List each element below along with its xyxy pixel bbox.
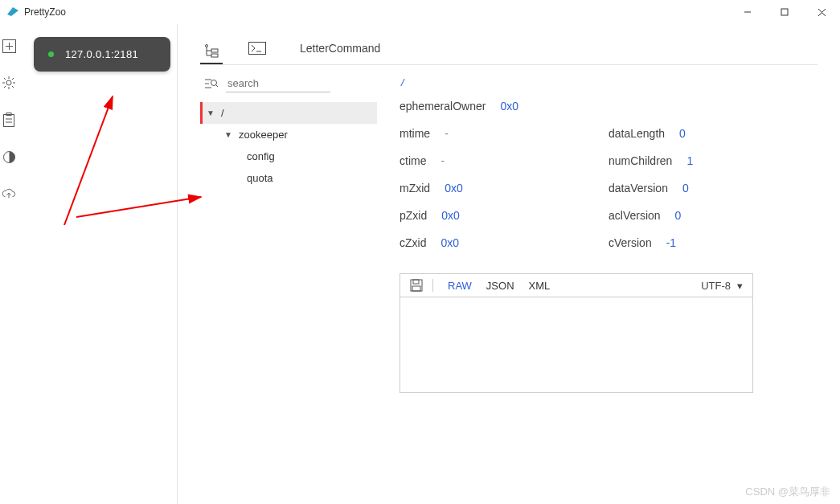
clipboard-icon[interactable] xyxy=(2,113,16,127)
encoding-label: UTF-8 xyxy=(701,280,731,292)
stat-mzxid: mZxid0x0 xyxy=(400,182,608,195)
tab-letter-label: LetterCommand xyxy=(300,42,380,55)
svg-point-7 xyxy=(6,80,11,85)
svg-point-22 xyxy=(206,44,208,47)
tree-node-label: quota xyxy=(247,172,273,184)
node-path: / xyxy=(401,76,817,88)
contrast-icon[interactable] xyxy=(2,150,16,164)
tree-node-label: config xyxy=(247,150,275,162)
chevron-down-icon: ▾ xyxy=(737,280,743,292)
svg-line-15 xyxy=(4,86,6,88)
stat-data-version: dataVersion0 xyxy=(608,182,817,195)
svg-rect-36 xyxy=(413,280,419,284)
minimize-button[interactable] xyxy=(729,0,766,24)
stat-value: - xyxy=(445,127,449,140)
stat-cversion: cVersion-1 xyxy=(608,236,817,249)
search-input[interactable] xyxy=(226,75,330,92)
stat-label: ephemeralOwner xyxy=(400,100,486,113)
search-icon[interactable] xyxy=(203,77,218,90)
stat-grid: ephemeralOwner0x0 mtime- dataLength0 cti… xyxy=(400,100,817,249)
data-toolbar: RAW JSON XML UTF-8 ▾ xyxy=(400,273,753,297)
tree-node-label: / xyxy=(221,107,224,119)
app-body: 127.0.0.1:2181 LetterCommand xyxy=(0,24,840,504)
stat-label: dataVersion xyxy=(608,182,668,195)
gear-icon[interactable] xyxy=(2,76,16,90)
stat-label: aclVersion xyxy=(608,209,661,222)
svg-rect-28 xyxy=(249,43,266,55)
tree-node-zookeeper[interactable]: ▼ zookeeper xyxy=(200,124,377,145)
svg-rect-27 xyxy=(211,54,218,57)
stat-value: -1 xyxy=(666,236,676,249)
data-textarea[interactable] xyxy=(400,297,753,393)
tree-pane: ▼ / ▼ zookeeper config quota xyxy=(200,75,377,494)
caret-down-icon: ▼ xyxy=(224,130,234,139)
stat-label: dataLength xyxy=(608,127,665,140)
format-json[interactable]: JSON xyxy=(486,280,514,292)
stat-value: - xyxy=(440,154,445,167)
tab-tree[interactable] xyxy=(200,40,223,64)
app-title: PrettyZoo xyxy=(24,6,66,18)
stat-value: 0 xyxy=(682,182,689,195)
stat-mtime: mtime- xyxy=(400,127,608,140)
stat-label: mZxid xyxy=(400,182,430,195)
stat-value: 0 xyxy=(679,127,686,140)
svg-line-13 xyxy=(12,86,14,88)
search-row xyxy=(200,75,377,97)
tab-letter-command[interactable]: LetterCommand xyxy=(292,39,383,59)
connection-chip[interactable]: 127.0.0.1:2181 xyxy=(34,37,170,72)
svg-line-12 xyxy=(4,78,6,80)
tree-tab-icon xyxy=(203,43,219,58)
stat-czxid: cZxid0x0 xyxy=(400,236,608,249)
stat-ephemeral-owner: ephemeralOwner0x0 xyxy=(400,100,608,113)
watermark: CSDN @菜鸟厚非 xyxy=(745,485,830,499)
svg-rect-1 xyxy=(781,9,788,15)
stat-value: 0x0 xyxy=(441,209,460,222)
tree-node-quota[interactable]: quota xyxy=(200,167,377,189)
close-button[interactable] xyxy=(803,0,840,24)
window-controls xyxy=(729,0,840,24)
stat-label: pZxid xyxy=(400,209,427,222)
format-xml[interactable]: XML xyxy=(529,280,551,292)
stat-value: 0x0 xyxy=(445,182,463,195)
add-icon[interactable] xyxy=(2,39,16,53)
stat-value: 0x0 xyxy=(500,100,518,113)
save-button[interactable] xyxy=(410,279,433,292)
stat-value: 0x0 xyxy=(440,236,459,249)
stat-label: cVersion xyxy=(608,236,652,249)
tab-bar: LetterCommand xyxy=(200,39,817,65)
maximize-button[interactable] xyxy=(766,0,803,24)
left-rail xyxy=(0,24,18,504)
stat-pzxid: pZxid0x0 xyxy=(400,209,608,222)
content-area: ▼ / ▼ zookeeper config quota xyxy=(200,75,817,494)
stat-data-length: dataLength0 xyxy=(608,127,817,140)
svg-rect-16 xyxy=(4,115,14,127)
tree-node-label: zookeeper xyxy=(239,129,288,141)
stat-label: numChildren xyxy=(608,154,672,167)
connection-panel: 127.0.0.1:2181 xyxy=(18,24,178,504)
stat-label: mtime xyxy=(400,127,430,140)
tree-node-config[interactable]: config xyxy=(200,145,377,167)
svg-line-34 xyxy=(216,85,219,88)
tree-node-root[interactable]: ▼ / xyxy=(200,102,377,124)
encoding-select[interactable]: UTF-8 ▾ xyxy=(701,280,743,292)
main-area: LetterCommand ▼ / ▼ zookeeper xyxy=(178,24,840,504)
stat-label: cZxid xyxy=(400,236,426,249)
titlebar-left: PrettyZoo xyxy=(6,6,66,18)
svg-point-33 xyxy=(211,80,217,86)
detail-pane: / ephemeralOwner0x0 mtime- dataLength0 c… xyxy=(400,75,817,494)
titlebar: PrettyZoo xyxy=(0,0,840,24)
stat-value: 0 xyxy=(675,209,682,222)
svg-line-14 xyxy=(12,78,14,80)
format-raw[interactable]: RAW xyxy=(448,280,472,292)
svg-rect-37 xyxy=(412,286,420,291)
connection-address: 127.0.0.1:2181 xyxy=(65,48,138,60)
cloud-upload-icon[interactable] xyxy=(2,186,16,201)
tab-terminal[interactable] xyxy=(245,39,269,59)
stat-value: 1 xyxy=(686,154,693,167)
stat-ctime: ctime- xyxy=(400,154,608,167)
stat-num-children: numChildren1 xyxy=(608,154,817,167)
tree: ▼ / ▼ zookeeper config quota xyxy=(200,102,377,189)
app-logo-icon xyxy=(6,6,19,18)
status-dot-icon xyxy=(48,51,54,57)
stat-acl-version: aclVersion0 xyxy=(608,209,817,222)
